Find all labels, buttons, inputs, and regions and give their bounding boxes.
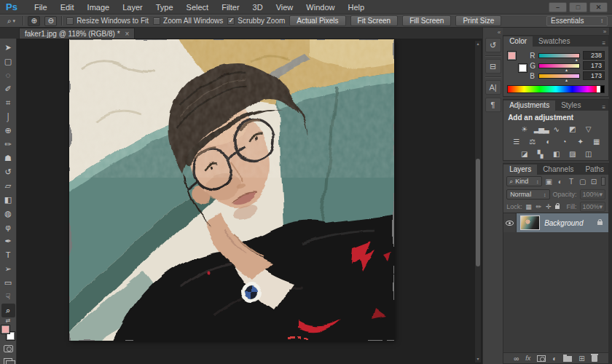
- minimize-button[interactable]: –: [549, 2, 567, 12]
- new-adjustment-layer-icon[interactable]: ◐: [552, 354, 557, 363]
- zoom-out-button[interactable]: ⊖: [44, 16, 57, 26]
- actual-pixels-button[interactable]: Actual Pixels: [289, 15, 345, 26]
- scroll-down-icon[interactable]: ▾: [476, 356, 479, 363]
- expand-dock-icon[interactable]: «: [498, 29, 503, 36]
- link-layers-icon[interactable]: ∞: [514, 354, 519, 363]
- color-spectrum-ramp[interactable]: [507, 85, 605, 93]
- red-slider[interactable]: ▴: [538, 53, 580, 58]
- blue-value-field[interactable]: 173: [583, 71, 605, 80]
- black-and-white-icon[interactable]: ◐: [542, 137, 554, 146]
- zoom-in-button[interactable]: ⊕: [28, 16, 40, 26]
- exposure-icon[interactable]: ◩: [566, 124, 578, 134]
- collapse-panels-icon[interactable]: »: [603, 28, 606, 35]
- screen-mode-icon[interactable]: [4, 358, 12, 364]
- menu-file[interactable]: File: [28, 3, 54, 12]
- scrubby-zoom-checkbox[interactable]: ✓ Scrubby Zoom: [227, 17, 285, 25]
- tab-channels[interactable]: Channels: [537, 165, 579, 175]
- tab-paths[interactable]: Paths: [579, 165, 610, 175]
- tab-adjustments[interactable]: Adjustments: [503, 100, 555, 111]
- menu-3d[interactable]: 3D: [246, 3, 270, 12]
- slider-thumb-icon[interactable]: ▴: [576, 57, 578, 62]
- red-value-field[interactable]: 238: [583, 51, 605, 60]
- new-group-icon[interactable]: [563, 356, 572, 362]
- gradient-map-icon[interactable]: ▨: [566, 149, 578, 159]
- color-balance-icon[interactable]: ⚖: [526, 137, 538, 146]
- menu-image[interactable]: Image: [81, 3, 117, 12]
- brush-tool[interactable]: ✏: [1, 138, 15, 151]
- maximize-button[interactable]: □: [569, 2, 587, 12]
- filter-toggle-switch[interactable]: [601, 177, 605, 186]
- add-layer-mask-icon[interactable]: [537, 355, 546, 362]
- rectangle-tool[interactable]: ▭: [1, 276, 15, 290]
- opacity-field[interactable]: 100% ▾: [580, 189, 606, 199]
- menu-select[interactable]: Select: [180, 3, 216, 12]
- lock-paint-icon[interactable]: ✏: [535, 203, 542, 210]
- menu-layer[interactable]: Layer: [116, 3, 149, 12]
- menu-help[interactable]: Help: [341, 3, 371, 12]
- tab-layers[interactable]: Layers: [503, 165, 537, 175]
- history-panel-icon[interactable]: ↺: [485, 38, 501, 52]
- threshold-icon[interactable]: ◧: [550, 149, 562, 159]
- selective-color-icon[interactable]: ◫: [582, 149, 595, 159]
- green-value-field[interactable]: 173: [583, 61, 605, 70]
- curves-icon[interactable]: ∿: [550, 124, 562, 134]
- document-canvas[interactable]: [69, 39, 394, 341]
- quick-mask-mode-icon[interactable]: [4, 345, 13, 352]
- rectangular-marquee-tool[interactable]: ▢: [1, 55, 15, 68]
- vertical-scroll-thumb[interactable]: [476, 159, 480, 266]
- workspace-switcher[interactable]: Essentials ↕: [546, 16, 608, 26]
- posterize-icon[interactable]: ▚: [534, 149, 546, 159]
- quick-selection-tool[interactable]: ✐: [1, 82, 15, 96]
- layer-visibility-cell[interactable]: [503, 213, 517, 232]
- properties-panel-icon[interactable]: ⊟: [485, 59, 501, 74]
- vertical-scrollbar[interactable]: ▴ ▾: [474, 40, 482, 363]
- green-slider[interactable]: ▴: [538, 63, 580, 68]
- close-tab-icon[interactable]: ×: [125, 30, 130, 38]
- zoom-all-windows-checkbox[interactable]: Zoom All Windows: [153, 17, 223, 25]
- clone-stamp-tool[interactable]: ☗: [1, 151, 15, 165]
- slider-thumb-icon[interactable]: ▴: [565, 67, 568, 72]
- canvas-area[interactable]: ▴ ▾: [17, 39, 482, 364]
- filter-adjustment-layers-icon[interactable]: ◐: [556, 178, 564, 186]
- background-layer-row[interactable]: Background: [503, 213, 608, 232]
- hand-tool[interactable]: ☟: [1, 290, 15, 304]
- new-layer-icon[interactable]: ⊞: [578, 354, 584, 363]
- tab-swatches[interactable]: Swatches: [533, 36, 576, 47]
- crop-tool[interactable]: ⌗: [1, 96, 15, 110]
- layer-thumbnail[interactable]: [520, 215, 540, 230]
- layer-style-fx-icon[interactable]: fx: [525, 354, 530, 363]
- eye-icon[interactable]: [506, 221, 514, 226]
- invert-icon[interactable]: ◪: [518, 149, 530, 159]
- vertical-scroll-track[interactable]: [475, 47, 481, 356]
- scroll-up-icon[interactable]: ▴: [476, 41, 479, 47]
- blur-tool[interactable]: ◍: [1, 207, 15, 221]
- swap-colors-icon[interactable]: ⇄: [6, 317, 11, 324]
- menu-edit[interactable]: Edit: [54, 3, 81, 12]
- levels-icon[interactable]: ▂▅▃: [534, 124, 546, 134]
- foreground-color-swatch[interactable]: [1, 325, 10, 334]
- character-panel-icon[interactable]: A|: [485, 80, 501, 95]
- lasso-tool[interactable]: ◌: [1, 68, 15, 82]
- close-button[interactable]: ✕: [589, 2, 608, 12]
- menu-window[interactable]: Window: [299, 3, 341, 12]
- spot-healing-brush-tool[interactable]: ⊕: [1, 124, 15, 138]
- type-tool[interactable]: T: [1, 248, 15, 262]
- pen-tool[interactable]: ✒: [1, 234, 15, 248]
- menu-view[interactable]: View: [270, 3, 300, 12]
- fill-screen-button[interactable]: Fill Screen: [402, 15, 451, 26]
- active-tool-selector[interactable]: ⌕ ▾: [4, 17, 18, 25]
- eraser-tool[interactable]: ▱: [1, 179, 15, 193]
- menu-filter[interactable]: Filter: [215, 3, 246, 12]
- color-lookup-icon[interactable]: ▦: [590, 137, 603, 146]
- filter-pixel-layers-icon[interactable]: ▣: [545, 178, 553, 186]
- hue-saturation-icon[interactable]: ☰: [510, 137, 522, 146]
- tab-color[interactable]: Color: [503, 36, 533, 47]
- delete-layer-icon[interactable]: [592, 355, 597, 362]
- lock-all-icon[interactable]: [555, 205, 560, 209]
- channel-mixer-icon[interactable]: ✦: [574, 137, 586, 146]
- filter-kind-dropdown[interactable]: ⌕ Kind ↕: [506, 176, 541, 186]
- filter-shape-layers-icon[interactable]: ▢: [578, 178, 586, 186]
- foreground-color-swatch[interactable]: [507, 51, 517, 60]
- brightness-contrast-icon[interactable]: ☀: [518, 124, 530, 134]
- panel-menu-icon[interactable]: ≡: [602, 40, 608, 47]
